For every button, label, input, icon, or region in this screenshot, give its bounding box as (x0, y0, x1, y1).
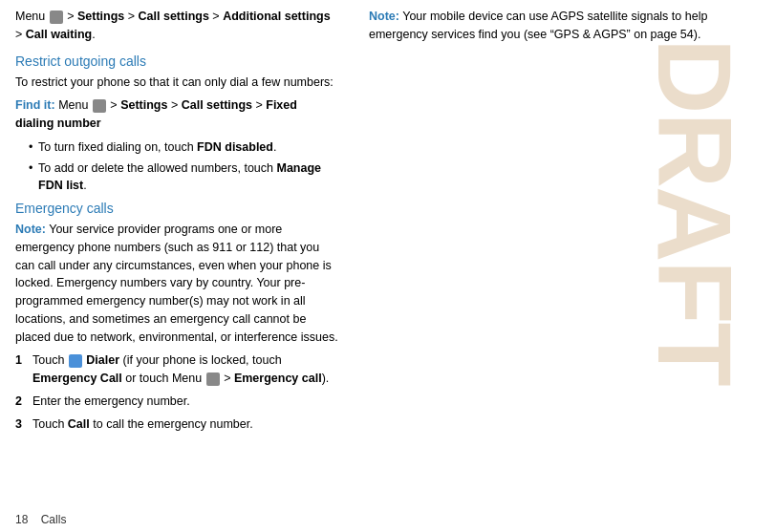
menu-icon-findit (93, 99, 106, 113)
step-2-content: Enter the emergency number. (32, 393, 338, 411)
emergency-heading: Emergency calls (15, 201, 338, 216)
page-container: DRAFT Menu > Settings > Call settings > … (0, 0, 775, 532)
restrict-bullet-list: To turn fixed dialing on, touch FDN disa… (29, 138, 338, 195)
right-column: Note: Your mobile device can use AGPS sa… (354, 0, 775, 532)
step-2-number: 2 (15, 393, 27, 411)
page-number: 18 (15, 513, 28, 526)
emergency-note: Note: Your service provider programs one… (15, 221, 338, 346)
step-2: 2 Enter the emergency number. (15, 393, 338, 411)
find-it-label: Find it: (15, 98, 55, 112)
restrict-body: To restrict your phone so that it can on… (15, 74, 338, 92)
menu-icon-step1 (206, 372, 220, 386)
step-1: 1 Touch Dialer (if your phone is locked,… (15, 351, 338, 388)
bullet-item-fdn: To turn fixed dialing on, touch FDN disa… (29, 138, 338, 157)
restrict-heading: Restrict outgoing calls (15, 53, 338, 69)
dialer-icon (69, 354, 82, 368)
step-3-number: 3 (15, 415, 27, 434)
menu-icon-intro (50, 11, 63, 24)
right-note: Note: Your mobile device can use AGPS sa… (369, 8, 760, 45)
bullet-item-manage: To add or delete the allowed numbers, to… (29, 160, 338, 196)
left-column: Menu > Settings > Call settings > Additi… (0, 0, 354, 532)
step-1-number: 1 (15, 351, 27, 388)
step-3: 3 Touch Call to call the emergency numbe… (15, 415, 338, 434)
note-label-emergency: Note: (15, 223, 46, 236)
step-1-content: Touch Dialer (if your phone is locked, t… (32, 351, 338, 388)
note-label-right: Note: (369, 10, 399, 23)
find-it-line: Find it: Menu > Settings > Call settings… (15, 96, 338, 133)
footer-section: Calls (41, 513, 67, 526)
step-3-content: Touch Call to call the emergency number. (32, 415, 338, 434)
intro-text: Menu > Settings > Call settings > Additi… (15, 8, 338, 44)
page-footer: 18 Calls (15, 513, 66, 526)
